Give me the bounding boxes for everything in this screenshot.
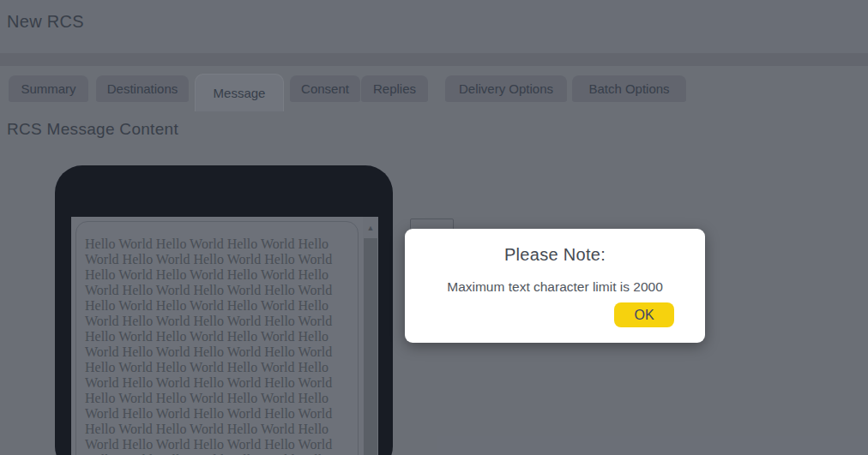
- dialog-message: Maximum text character limit is 2000: [405, 279, 705, 295]
- dialog-title: Please Note:: [405, 245, 705, 265]
- note-dialog: Please Note: Maximum text character limi…: [405, 229, 705, 343]
- modal-overlay: [0, 0, 868, 455]
- ok-button[interactable]: OK: [614, 302, 674, 327]
